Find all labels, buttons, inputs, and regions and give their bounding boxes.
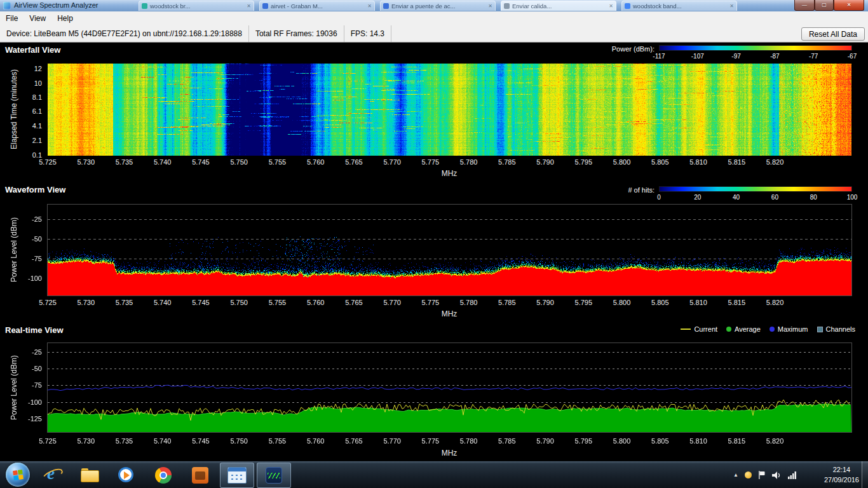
blue-grid-app-icon [227,467,247,484]
background-tab[interactable]: woodstock br...✕ [139,1,254,11]
legend-item-label: Average [735,325,761,333]
app-icon [3,2,11,10]
x-tick-label: 5.790 [536,437,554,445]
x-tick-label: 5.805 [651,158,669,166]
maximize-button[interactable]: ▢ [815,0,834,11]
x-tick-label: 5.740 [154,158,172,166]
y-tick-label: 10 [34,79,42,87]
x-tick-label: 5.770 [383,437,401,445]
show-hidden-chevron[interactable]: ▲ [733,472,738,478]
average-swatch-icon [726,327,731,332]
start-button[interactable] [6,463,30,487]
menu-help[interactable]: Help [51,14,79,23]
reset-all-data-button[interactable]: Reset All Data [801,27,865,41]
x-tick-label: 5.785 [498,299,516,306]
background-tab[interactable]: airvet - Graban M...✕ [259,1,375,11]
show-desktop-button[interactable] [862,461,868,488]
x-tick-label: 5.745 [192,437,210,445]
waveform-y-axis-label: Power Level (dBm) [10,217,18,282]
tab-title: Enviar calida... [512,3,606,10]
tab-close-icon[interactable]: ✕ [609,3,613,9]
x-tick-label: 5.780 [460,158,478,166]
x-tick-label: 5.745 [192,158,210,166]
x-tick-label: 5.750 [230,158,248,166]
background-tab[interactable]: Enviar a puente de ac...✕ [380,1,496,11]
taskbar-app-airview-app[interactable] [257,463,291,488]
colorbar-tick-label: 60 [771,194,778,201]
x-tick-label: 5.750 [230,437,248,445]
legend-item-label: Current [694,325,717,333]
menu-file[interactable]: File [0,14,24,23]
y-tick-label: -75 [32,381,42,389]
x-tick-label: 5.805 [651,437,669,445]
chrome-icon [155,467,172,484]
background-tab[interactable]: Enviar calida...✕ [501,1,616,11]
taskbar-app-orange-app[interactable] [183,463,217,488]
taskbar-app-internet-explorer[interactable] [36,463,70,488]
tab-close-icon[interactable]: ✕ [367,3,372,9]
device-info: Device: LiteBeam M5 (44D9E77E2F21) on ub… [0,25,249,42]
x-tick-label: 5.800 [613,299,631,306]
y-tick-label: -25 [32,348,42,356]
current-swatch-icon [681,329,691,330]
updates-icon[interactable] [745,471,752,478]
x-tick-label: 5.795 [575,299,593,306]
clock-date: 27/09/2016 [824,475,859,485]
x-tick-label: 5.820 [766,299,784,306]
waterfall-y-ticks: 12108.16.14.12.10.1 [0,0,44,488]
network-icon[interactable] [788,471,797,479]
fps-info: FPS: 14.3 [344,25,391,42]
taskbar-app-chrome[interactable] [146,463,180,488]
taskbar-clock[interactable]: 22:14 27/09/2016 [824,464,859,485]
close-button[interactable]: ✕ [834,0,864,11]
x-tick-label: 5.750 [230,299,248,306]
tab-favicon-icon [383,3,389,9]
x-tick-label: 5.735 [116,158,133,166]
taskbar-app-blue-grid-app[interactable] [220,463,254,488]
volume-icon[interactable] [772,471,782,479]
waterfall-x-axis-label: MHz [442,169,458,178]
y-tick-label: 6.1 [32,107,42,115]
x-tick-label: 5.820 [766,437,784,445]
legend-item-channels: Channels [817,325,855,333]
colorbar-tick-label: 0 [657,194,661,201]
y-tick-label: -125 [28,415,42,423]
minimize-button[interactable]: — [794,0,815,11]
legend-item-current: Current [681,325,717,333]
x-tick-label: 5.770 [383,299,401,306]
y-tick-label: -25 [32,215,42,223]
x-tick-label: 5.795 [575,437,593,445]
tab-close-icon[interactable]: ✕ [729,3,734,9]
system-tray: ▲ [733,461,797,488]
channels-swatch-icon [817,327,823,332]
taskbar-app-media-player[interactable] [109,463,144,488]
x-tick-label: 5.780 [460,299,478,306]
taskbar-apps [36,462,294,488]
tab-close-icon[interactable]: ✕ [488,3,492,9]
waveform-x-ticks: 5.7255.7305.7355.7405.7455.7505.7555.760… [0,299,868,308]
x-tick-label: 5.790 [536,158,554,166]
x-tick-label: 5.775 [422,158,440,166]
airview-app-icon [266,467,282,484]
status-bar: Device: LiteBeam M5 (44D9E77E2F21) on ub… [0,25,868,43]
tab-title: woodstock br... [150,3,244,10]
x-tick-label: 5.780 [460,437,478,445]
x-tick-label: 5.785 [498,158,516,166]
y-tick-label: -100 [28,398,42,406]
x-tick-label: 5.815 [728,158,746,166]
x-tick-label: 5.725 [39,437,57,445]
taskbar-app-folder-explorer[interactable] [72,463,107,488]
y-tick-label: -50 [32,235,42,243]
x-tick-label: 5.745 [192,299,210,306]
action-center-flag[interactable] [758,471,766,479]
x-tick-label: 5.765 [345,158,363,166]
tab-close-icon[interactable]: ✕ [247,3,251,9]
menu-view[interactable]: View [24,14,51,23]
x-tick-label: 5.810 [689,158,707,166]
background-tab[interactable]: woodstock band...✕ [621,1,737,11]
realtime-plot-canvas [48,343,851,432]
rf-frames-info: Total RF Frames: 19036 [249,25,344,42]
windows-flag-icon [13,470,24,480]
menu-bar: File View Help [0,11,868,26]
y-tick-label: -75 [32,255,42,262]
